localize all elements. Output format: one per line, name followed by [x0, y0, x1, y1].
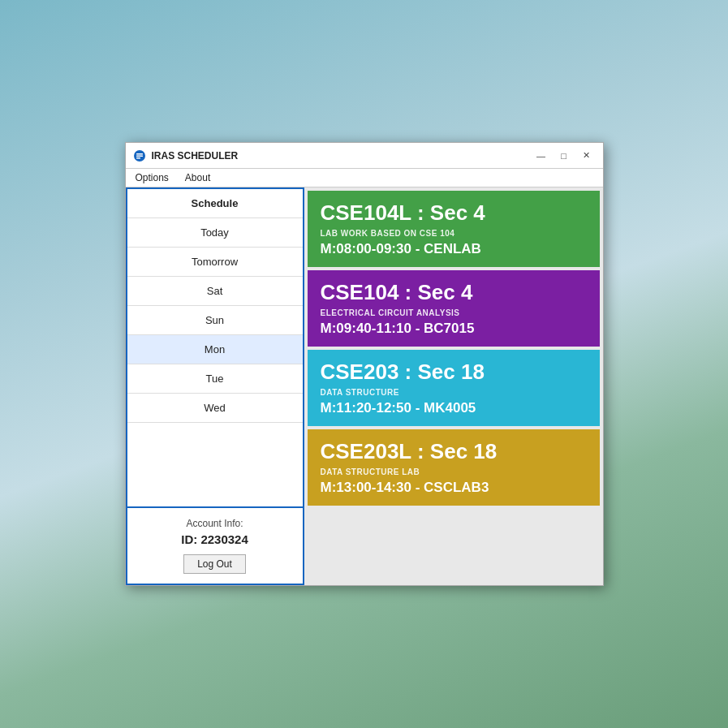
account-section: Account Info: ID: 2230324 Log Out — [127, 506, 303, 584]
course-list: CSE104L : Sec 4 LAB WORK BASED ON CSE 10… — [304, 187, 603, 585]
sidebar-item-wed[interactable]: Wed — [127, 394, 303, 423]
content-area: Schedule Today Tomorrow Sat Sun Mon Tue … — [126, 187, 603, 585]
maximize-button[interactable]: □ — [554, 148, 574, 164]
svg-rect-1 — [136, 153, 143, 155]
course-card-1[interactable]: CSE104 : Sec 4 ELECTRICAL CIRCUIT ANALYS… — [308, 270, 600, 347]
minimize-button[interactable]: — — [532, 148, 551, 164]
course-card-0[interactable]: CSE104L : Sec 4 LAB WORK BASED ON CSE 10… — [308, 191, 600, 267]
logout-button[interactable]: Log Out — [183, 554, 246, 574]
app-icon — [132, 149, 147, 163]
course-subtitle-3: DATA STRUCTURE LAB — [321, 467, 587, 476]
svg-rect-3 — [136, 157, 140, 159]
sidebar-item-tomorrow[interactable]: Tomorrow — [127, 248, 303, 277]
course-time-0: M:08:00-09:30 - CENLAB — [321, 241, 587, 257]
main-window: IRAS SCHEDULER — □ ✕ Options About Sched… — [125, 142, 604, 586]
sidebar-item-sun[interactable]: Sun — [127, 306, 303, 335]
menu-options[interactable]: Options — [129, 170, 175, 185]
svg-rect-2 — [136, 155, 143, 157]
course-card-2[interactable]: CSE203 : Sec 18 DATA STRUCTURE M:11:20-1… — [308, 350, 600, 426]
course-card-3[interactable]: CSE203L : Sec 18 DATA STRUCTURE LAB M:13… — [308, 429, 600, 506]
window-title: IRAS SCHEDULER — [152, 150, 532, 162]
course-time-3: M:13:00-14:30 - CSCLAB3 — [321, 480, 587, 496]
menu-about[interactable]: About — [179, 170, 217, 185]
course-subtitle-0: LAB WORK BASED ON CSE 104 — [321, 229, 587, 238]
course-title-3: CSE203L : Sec 18 — [321, 439, 587, 464]
sidebar-item-mon[interactable]: Mon — [127, 335, 303, 364]
menu-bar: Options About — [126, 169, 603, 187]
course-title-1: CSE104 : Sec 4 — [321, 280, 587, 305]
course-title-0: CSE104L : Sec 4 — [321, 200, 587, 226]
sidebar-item-sat[interactable]: Sat — [127, 277, 303, 306]
account-id: ID: 2230324 — [137, 532, 293, 546]
sidebar-item-tue[interactable]: Tue — [127, 364, 303, 394]
sidebar-item-today[interactable]: Today — [127, 218, 303, 248]
sidebar: Schedule Today Tomorrow Sat Sun Mon Tue … — [126, 187, 304, 585]
course-subtitle-1: ELECTRICAL CIRCUIT ANALYSIS — [321, 308, 587, 317]
course-time-2: M:11:20-12:50 - MK4005 — [321, 400, 587, 416]
course-title-2: CSE203 : Sec 18 — [321, 360, 587, 385]
course-time-1: M:09:40-11:10 - BC7015 — [321, 321, 587, 337]
course-subtitle-2: DATA STRUCTURE — [321, 388, 587, 397]
account-label: Account Info: — [137, 518, 293, 529]
nav-header: Schedule — [127, 189, 303, 218]
title-bar: IRAS SCHEDULER — □ ✕ — [126, 143, 603, 169]
close-button[interactable]: ✕ — [577, 148, 597, 164]
window-controls: — □ ✕ — [532, 148, 597, 164]
sidebar-nav: Schedule Today Tomorrow Sat Sun Mon Tue … — [127, 189, 303, 506]
